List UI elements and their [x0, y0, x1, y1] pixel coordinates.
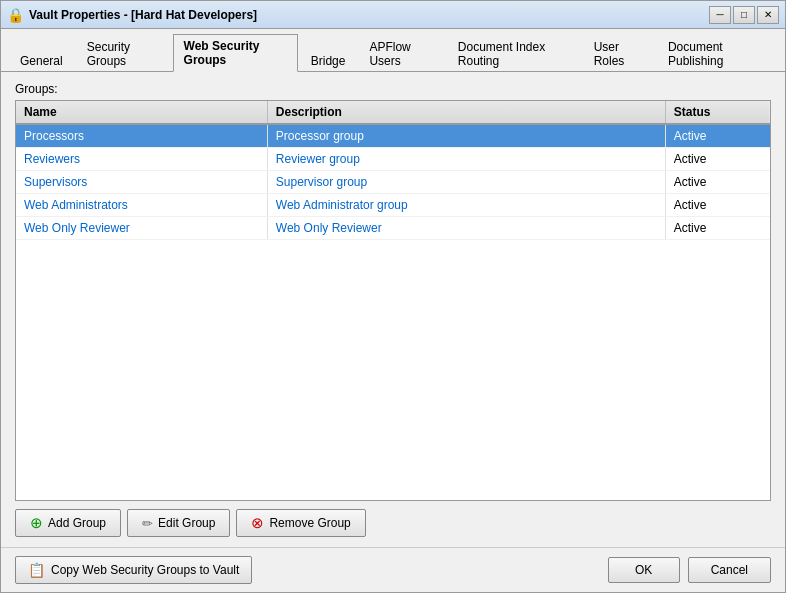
window-controls: ─ □ ✕: [709, 6, 779, 24]
tab-document-index-routing[interactable]: Document Index Routing: [447, 35, 581, 72]
table-row[interactable]: ProcessorsProcessor groupActive: [16, 124, 770, 148]
groups-table: Name Description Status ProcessorsProces…: [16, 101, 770, 240]
close-button[interactable]: ✕: [757, 6, 779, 24]
cancel-button[interactable]: Cancel: [688, 557, 771, 583]
maximize-button[interactable]: □: [733, 6, 755, 24]
title-bar: 🔒 Vault Properties - [Hard Hat Developer…: [1, 1, 785, 29]
footer: 📋 Copy Web Security Groups to Vault OK C…: [1, 547, 785, 592]
table-row[interactable]: ReviewersReviewer groupActive: [16, 148, 770, 171]
cell-name: Processors: [16, 124, 267, 148]
tab-bar: General Security Groups Web Security Gro…: [1, 29, 785, 72]
remove-group-button[interactable]: ⊗ Remove Group: [236, 509, 365, 537]
col-header-status: Status: [665, 101, 770, 124]
footer-right: OK Cancel: [608, 557, 771, 583]
ok-button[interactable]: OK: [608, 557, 680, 583]
col-header-description: Description: [267, 101, 665, 124]
copy-icon: 📋: [28, 562, 45, 578]
table-row[interactable]: SupervisorsSupervisor groupActive: [16, 171, 770, 194]
add-group-button[interactable]: ⊕ Add Group: [15, 509, 121, 537]
tab-content: Groups: Name Description Status Processo…: [1, 72, 785, 547]
cell-status: Active: [665, 124, 770, 148]
copy-groups-label: Copy Web Security Groups to Vault: [51, 563, 239, 577]
cell-name: Web Administrators: [16, 194, 267, 217]
minimize-button[interactable]: ─: [709, 6, 731, 24]
col-header-name: Name: [16, 101, 267, 124]
cell-description: Web Only Reviewer: [267, 217, 665, 240]
cell-description: Reviewer group: [267, 148, 665, 171]
tab-general[interactable]: General: [9, 49, 74, 72]
table-row[interactable]: Web AdministratorsWeb Administrator grou…: [16, 194, 770, 217]
cell-status: Active: [665, 171, 770, 194]
remove-group-label: Remove Group: [269, 516, 350, 530]
action-buttons: ⊕ Add Group ✏ Edit Group ⊗ Remove Group: [15, 509, 771, 537]
table-row[interactable]: Web Only ReviewerWeb Only ReviewerActive: [16, 217, 770, 240]
tab-apflow-users[interactable]: APFlow Users: [358, 35, 444, 72]
tab-user-roles[interactable]: User Roles: [583, 35, 655, 72]
groups-label: Groups:: [15, 82, 771, 96]
cell-description: Processor group: [267, 124, 665, 148]
add-icon: ⊕: [30, 514, 43, 532]
tab-web-security-groups[interactable]: Web Security Groups: [173, 34, 298, 72]
groups-table-container: Name Description Status ProcessorsProces…: [15, 100, 771, 501]
edit-group-label: Edit Group: [158, 516, 215, 530]
main-window: 🔒 Vault Properties - [Hard Hat Developer…: [0, 0, 786, 593]
cell-name: Reviewers: [16, 148, 267, 171]
edit-icon: ✏: [142, 516, 153, 531]
cell-status: Active: [665, 194, 770, 217]
window-title: Vault Properties - [Hard Hat Developers]: [29, 8, 709, 22]
copy-groups-button[interactable]: 📋 Copy Web Security Groups to Vault: [15, 556, 252, 584]
app-icon: 🔒: [7, 7, 23, 23]
cell-name: Web Only Reviewer: [16, 217, 267, 240]
cell-name: Supervisors: [16, 171, 267, 194]
cell-description: Web Administrator group: [267, 194, 665, 217]
remove-icon: ⊗: [251, 514, 264, 532]
footer-left: 📋 Copy Web Security Groups to Vault: [15, 556, 252, 584]
cell-description: Supervisor group: [267, 171, 665, 194]
tab-document-publishing[interactable]: Document Publishing: [657, 35, 775, 72]
cell-status: Active: [665, 148, 770, 171]
add-group-label: Add Group: [48, 516, 106, 530]
edit-group-button[interactable]: ✏ Edit Group: [127, 509, 230, 537]
tab-security-groups[interactable]: Security Groups: [76, 35, 171, 72]
cell-status: Active: [665, 217, 770, 240]
tab-bridge[interactable]: Bridge: [300, 49, 357, 72]
